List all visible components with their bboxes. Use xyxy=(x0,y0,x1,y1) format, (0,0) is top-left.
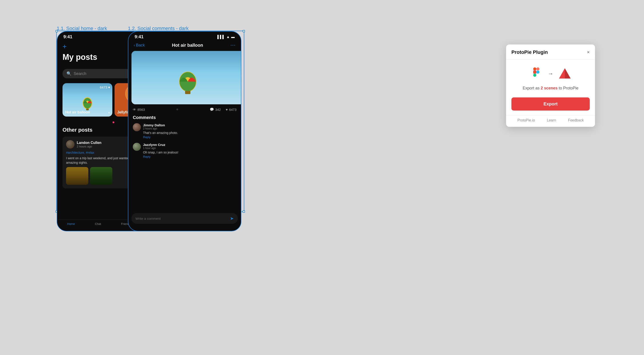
svg-rect-19 xyxy=(533,74,536,77)
heart-icon-2: ♥ xyxy=(226,108,228,112)
plugin-close-button[interactable]: × xyxy=(587,50,590,55)
scenes-highlight: 2 scenes xyxy=(540,86,558,90)
comments-title: Comments xyxy=(133,115,236,120)
views-count: 8563 xyxy=(138,108,145,112)
svg-rect-15 xyxy=(533,68,536,70)
svg-marker-22 xyxy=(565,68,570,78)
screen2-header: ‹ Back Hot air balloon ⋯ xyxy=(128,40,241,51)
svg-point-18 xyxy=(536,70,540,74)
plugin-panel: ProtoPie Plugin × → Export as 2 sc xyxy=(506,44,595,127)
post-avatar xyxy=(66,140,74,148)
comment-text-1: That's an amazing photo. xyxy=(143,131,178,134)
nav-chat[interactable]: Chat xyxy=(95,222,101,226)
svg-line-4 xyxy=(88,108,89,109)
comment-avatar-1 xyxy=(133,123,141,131)
frame2-label: 1.2. Social comments - dark xyxy=(128,26,189,31)
eye-icon: 👁 xyxy=(133,108,136,112)
canvas: 1.1. Social home - dark 1.2. Social comm… xyxy=(0,0,644,355)
reply-btn-2[interactable]: Reply xyxy=(143,155,178,158)
label-dot xyxy=(108,112,110,114)
signal-icon-2: ▌▌▌ xyxy=(217,35,225,39)
badge-count: 6473 xyxy=(100,86,107,89)
comments-count: 342 xyxy=(215,108,221,112)
post-image-2[interactable] xyxy=(90,167,112,185)
wifi-icon-2: ▲ xyxy=(226,35,230,39)
search-icon: 🔍 xyxy=(66,71,72,76)
corner-tr xyxy=(243,30,245,32)
post-image-1[interactable] xyxy=(66,167,88,185)
svg-rect-11 xyxy=(185,91,190,94)
footer-learn-link[interactable]: Learn xyxy=(547,118,556,122)
time-1: 9:41 xyxy=(64,34,72,39)
comment-text-2: Oh snap, I am so jealous! xyxy=(143,150,178,154)
plugin-export-text: Export as 2 scenes to ProtoPie xyxy=(506,85,595,98)
screen2-title: Hot air balloon xyxy=(172,43,203,48)
views-stat: 👁 8563 xyxy=(133,108,145,112)
post-user-name: Landon Cullen xyxy=(77,141,102,145)
photo-badge: 6473 ♥ xyxy=(100,86,110,89)
arrow-icon: → xyxy=(548,70,553,77)
phone2-frame: 9:41 ▌▌▌ ▲ ▬ ‹ Back Hot air balloon ⋯ xyxy=(128,31,241,231)
plugin-logos: → xyxy=(506,60,595,85)
footer-feedback-link[interactable]: Feedback xyxy=(568,118,584,122)
plugin-header: ProtoPie Plugin × xyxy=(506,44,595,60)
svg-point-20 xyxy=(533,70,536,74)
status-bar-2: 9:41 ▌▌▌ ▲ ▬ xyxy=(128,32,241,40)
comment-2: Jazzlynn Cruz 1 hour ago Oh snap, I am s… xyxy=(133,143,236,158)
comment-input-bar[interactable]: Write a comment ➤ xyxy=(132,213,238,224)
commenter-name-2: Jazzlynn Cruz xyxy=(143,143,178,146)
svg-rect-2 xyxy=(86,108,89,110)
export-button[interactable]: Export xyxy=(512,98,590,110)
commenter-name-1: Jimmy Dalton xyxy=(143,123,178,127)
post-user-info: Landon Cullen 2 hours ago xyxy=(66,140,102,148)
svg-rect-16 xyxy=(536,68,540,70)
battery-icon-2: ▬ xyxy=(231,35,235,39)
nav-home[interactable]: Home xyxy=(67,222,75,226)
comment-content-2: Jazzlynn Cruz 1 hour ago Oh snap, I am s… xyxy=(143,143,178,158)
time-2: 9:41 xyxy=(134,34,144,39)
back-chevron: ‹ xyxy=(134,43,135,48)
balloon-card[interactable]: 6473 ♥ Hot air balloon xyxy=(62,83,112,116)
photo-stats: 👁 8563 💬 342 ♥ 6473 xyxy=(128,108,241,112)
export-prefix: Export as xyxy=(522,86,540,90)
send-icon[interactable]: ➤ xyxy=(230,216,234,221)
figma-logo xyxy=(530,68,542,80)
balloon-label: Hot air balloon xyxy=(65,110,90,114)
comment-content-1: Jimmy Dalton 2 hours ago That's an amazi… xyxy=(143,123,178,139)
comment-time-1: 2 hours ago xyxy=(143,127,178,130)
stat-dot xyxy=(176,108,178,110)
likes-count: 6473 xyxy=(229,108,236,112)
export-suffix: to ProtoPie xyxy=(558,86,578,90)
comment-time-2: 1 hour ago xyxy=(143,146,178,150)
back-button[interactable]: ‹ Back xyxy=(134,43,145,48)
status-icons-2: ▌▌▌ ▲ ▬ xyxy=(217,35,235,39)
post-time: 2 hours ago xyxy=(77,145,102,148)
heart-icon: ♥ xyxy=(108,86,110,89)
comment-placeholder: Write a comment xyxy=(136,217,160,220)
comments-section: Comments Jimmy Dalton 2 hours ago That's… xyxy=(128,115,241,158)
chat-icon: 💬 xyxy=(210,108,214,112)
more-button[interactable]: ⋯ xyxy=(230,42,236,48)
comment-avatar-2 xyxy=(133,143,141,151)
likes-stat: ♥ 6473 xyxy=(226,108,236,112)
post-user-details: Landon Cullen 2 hours ago xyxy=(77,141,102,148)
protopie-logo xyxy=(558,68,571,80)
my-posts-title: My posts xyxy=(62,52,97,62)
corner-br xyxy=(243,210,245,213)
comments-stat: 💬 342 xyxy=(210,108,221,112)
main-balloon-svg xyxy=(178,71,198,98)
footer-protopie-link[interactable]: ProtoPie.io xyxy=(518,118,535,122)
comment-1: Jimmy Dalton 2 hours ago That's an amazi… xyxy=(133,123,236,139)
search-placeholder: Search xyxy=(74,72,86,76)
back-label: Back xyxy=(136,43,145,48)
plugin-title: ProtoPie Plugin xyxy=(512,50,548,55)
svg-line-3 xyxy=(86,108,86,109)
main-photo xyxy=(132,51,241,104)
plugin-footer: ProtoPie.io Learn Feedback xyxy=(506,116,595,127)
active-dot xyxy=(112,122,114,123)
frame1-label: 1.1. Social home - dark xyxy=(57,26,107,31)
reply-btn-1[interactable]: Reply xyxy=(143,136,178,139)
